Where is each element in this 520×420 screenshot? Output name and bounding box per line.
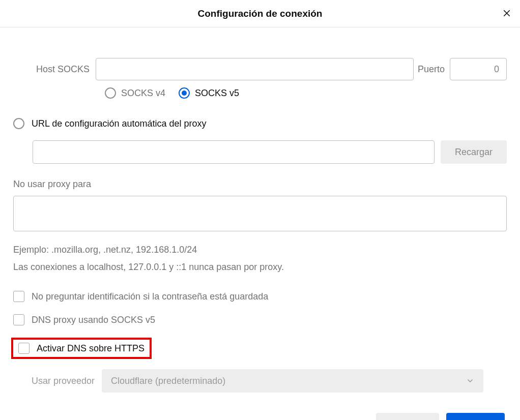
socks-v4-label: SOCKS v4 <box>121 88 165 99</box>
pac-url-input[interactable] <box>33 140 435 164</box>
no-proxy-label: No usar proxy para <box>13 179 507 190</box>
socks-port-label: Puerto <box>418 64 445 75</box>
socks-version-group: SOCKS v4 SOCKS v5 <box>105 87 507 99</box>
pac-url-row: Recargar <box>33 140 507 164</box>
dialog-content: Host SOCKS Puerto SOCKS v4 SOCKS v5 URL … <box>0 27 520 420</box>
no-prompt-auth-row: No preguntar identificación si la contra… <box>13 291 507 302</box>
radio-icon <box>105 87 116 99</box>
dns-https-label: Activar DNS sobre HTTPS <box>37 343 145 354</box>
chevron-down-icon <box>466 377 474 385</box>
socks-host-row: Host SOCKS Puerto <box>13 58 507 80</box>
close-button[interactable] <box>500 6 514 20</box>
provider-row: Usar proveedor Cloudflare (predeterminad… <box>32 369 507 393</box>
radio-icon <box>179 87 190 99</box>
dialog-footer: Cancelar Aceptar <box>13 413 507 420</box>
socks-host-label: Host SOCKS <box>13 64 96 75</box>
no-proxy-example: Ejemplo: .mozilla.org, .net.nz, 192.168.… <box>13 241 507 258</box>
socks-host-input[interactable] <box>96 58 414 80</box>
provider-label: Usar proveedor <box>32 376 95 386</box>
no-proxy-local-note: Las conexiones a localhost, 127.0.0.1 y … <box>13 258 507 276</box>
no-proxy-textarea[interactable] <box>13 196 507 231</box>
reload-button[interactable]: Recargar <box>441 140 507 164</box>
radio-icon <box>13 118 24 129</box>
provider-selected-value: Cloudflare (predeterminado) <box>111 376 225 386</box>
dns-socks5-checkbox[interactable] <box>13 314 24 325</box>
no-prompt-auth-checkbox[interactable] <box>13 291 24 302</box>
dns-https-checkbox[interactable] <box>18 343 30 354</box>
pac-radio-label: URL de configuración automática del prox… <box>32 118 207 129</box>
socks-v5-radio[interactable]: SOCKS v5 <box>179 87 239 99</box>
socks-port-input[interactable] <box>450 58 507 80</box>
socks-v4-radio[interactable]: SOCKS v4 <box>105 87 165 99</box>
socks-v5-label: SOCKS v5 <box>195 88 239 99</box>
dns-https-row: Activar DNS sobre HTTPS <box>11 338 152 359</box>
dns-socks5-label: DNS proxy usando SOCKS v5 <box>32 315 155 325</box>
dns-socks5-row: DNS proxy usando SOCKS v5 <box>13 314 507 325</box>
close-icon <box>502 9 511 18</box>
provider-select[interactable]: Cloudflare (predeterminado) <box>102 369 483 393</box>
pac-radio-row: URL de configuración automática del prox… <box>13 118 507 129</box>
cancel-button[interactable]: Cancelar <box>376 413 439 420</box>
dialog-title: Configuración de conexión <box>198 8 323 19</box>
dialog-header: Configuración de conexión <box>0 0 520 27</box>
pac-radio[interactable] <box>13 118 24 129</box>
accept-button[interactable]: Aceptar <box>446 413 505 420</box>
no-proxy-helper: Ejemplo: .mozilla.org, .net.nz, 192.168.… <box>13 241 507 276</box>
no-prompt-auth-label: No preguntar identificación si la contra… <box>32 291 268 302</box>
